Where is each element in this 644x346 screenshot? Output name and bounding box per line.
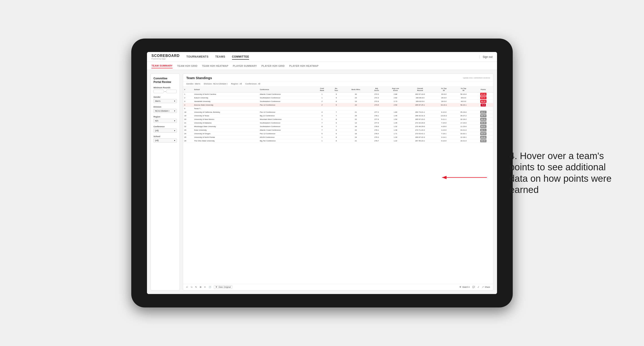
comment-button[interactable]: 💬 [472,286,475,288]
filter-school-value: (All) [155,139,159,142]
filter-conference: Conference (All) ▾ [154,126,177,133]
view-original-button[interactable]: 👁 View: Original [214,285,232,289]
points-badge[interactable]: 88.81 [480,125,486,128]
filter-region-value: N/A [155,120,158,122]
chevron-down-icon-4: ▾ [174,130,175,132]
th-school: School [193,86,259,93]
filter-school-select[interactable]: (All) ▾ [154,139,177,143]
points-badge[interactable]: 93.31 [480,96,486,99]
points-badge[interactable]: 88.20 [480,100,486,103]
table-row: 20 University of New Mexico Mountain Wes… [183,118,493,121]
logo-sub: Powered by clippi [152,58,180,60]
clock-button[interactable]: 🕐 [209,286,211,288]
table-container[interactable]: # School Conference ConfRank No.Tour Bnd… [183,86,493,284]
sub-nav-team-summary[interactable]: TEAM SUMMARY [152,63,172,68]
points-badge[interactable]: 88.49 [480,118,486,121]
logo-text: SCOREBOARD [152,54,180,58]
table-row: 21 University of Alabama Southeastern Co… [183,121,493,125]
filter-conference-value: (All) [155,130,159,132]
sub-nav-team-h2h-heatmap[interactable]: TEAM H2H HEATMAP [202,64,228,68]
nav-teams[interactable]: TEAMS [215,54,225,60]
filter-division-select[interactable]: NCAA Division I ▾ [154,109,177,113]
th-conference: Conference [259,86,314,93]
sub-nav-player-h2h-grid[interactable]: PLAYER H2H GRID [262,64,285,68]
th-vs-top50: Vs Top50 [454,86,474,93]
active-filter-conference: Conference: All [245,83,260,85]
filter-gender-label: Gender [154,96,177,98]
undo-button[interactable]: ↩ [186,286,188,288]
points-badge[interactable]: 97.02 [480,93,486,96]
division-key: Division: [204,83,212,85]
filter-school-label: School [154,135,177,138]
watch-button[interactable]: 👁 Watch ▾ [459,286,470,288]
th-vs-top25: Vs Top25 [434,86,454,93]
th-rank: # [183,86,193,93]
expand-button[interactable]: ⤢ [478,286,479,288]
table-row: 24 University of Oregon Pac-12 Conferenc… [183,132,493,136]
th-adj-score: Adj.Score [369,86,385,93]
gender-val: Men's [195,83,200,85]
bottom-toolbar: ↩ ↪ ↻ ⊞ ✏ 🕐 👁 View: Original 👁 Watch ▾ [183,284,493,290]
top-nav: SCOREBOARD Powered by clippi TOURNAMENTS… [147,52,497,62]
filter-division-value: NCAA Division I [155,110,170,112]
conf-cell: Atlantic Coast Conference [259,93,314,96]
points-badge[interactable]: 88.54 [480,132,486,135]
annotation-text: 4. Hover over a team's points to see add… [509,150,622,196]
standings-table: # School Conference ConfRank No.Tour Bnd… [183,86,493,143]
th-overall-record: OverallRecord [406,86,434,93]
avglow-cell: 2.86 [384,93,406,96]
table-row: 19 University of Texas Big 12 Conference… [183,114,493,118]
filter-school: School (All) ▾ [154,135,177,143]
points-badge[interactable]: 88.48 [480,122,486,124]
points-badge[interactable]: 88.07 [480,111,486,114]
sub-nav-team-h2h-grid[interactable]: TEAM H2H GRID [177,64,198,68]
chevron-down-icon: ▾ [174,100,175,102]
share-button[interactable]: ↗ Share [482,286,490,288]
sign-out-button[interactable]: Sign out [479,55,492,58]
share-label: Share [485,286,490,288]
view-icon: 👁 [216,286,218,288]
table-row-highlighted: 4 Arizona State University Pac-12 Confer… [183,103,493,107]
paint-button[interactable]: ✏ [204,286,206,288]
filter-range: – [154,90,177,93]
watch-label: Watch ▾ [462,286,470,288]
adj-cell: 272.0 [369,93,385,96]
vstop25-cell: 33-9-0 [434,93,454,96]
table-row: 5 Texas T... [183,107,493,111]
eye-icon: 👁 [459,286,461,288]
table-row: 22 Mississippi State University Southeas… [183,125,493,128]
logo-area: SCOREBOARD Powered by clippi [152,54,180,60]
th-no-tour: No.Tour [330,86,343,93]
region-key: Region: [231,83,239,85]
table-row: 3 Vanderbilt University Southeastern Con… [183,100,493,103]
redo-button[interactable]: ↪ [191,286,192,288]
filter-range-to[interactable] [166,90,176,93]
refresh-button[interactable]: ↻ [195,286,197,288]
rank-cell: 1 [183,93,193,96]
vstop50-cell: 50-10-0 [454,93,474,96]
filter-range-from[interactable] [154,90,164,93]
points-cell[interactable]: 97.02 [473,93,493,96]
filter-gender-select[interactable]: Men's ▾ [154,99,177,103]
region-val: All [240,83,242,85]
nav-committee[interactable]: COMMITTEE [232,54,249,60]
chevron-down-icon-5: ▾ [174,139,175,142]
panel-header: Team Standings Update time: 13/03/2024 1… [183,74,493,81]
points-badge[interactable]: 88.89 [480,136,486,139]
filter-conference-select[interactable]: (All) ▾ [154,129,177,133]
table-row: 1 University of North Carolina Atlantic … [183,93,493,96]
points-badge-hovered[interactable]: 78.5 [481,104,486,106]
points-badge[interactable]: 88.71 [480,129,486,132]
points-badge[interactable]: 88.70 [480,114,486,117]
nav-tournaments[interactable]: TOURNAMENTS [186,54,209,60]
filter-region-select[interactable]: N/A ▾ [154,119,177,123]
sub-nav-player-summary[interactable]: PLAYER SUMMARY [233,64,257,68]
view-label: View: Original [218,286,231,288]
chevron-down-icon-3: ▾ [174,120,175,122]
points-badge[interactable]: 88.94 [480,139,486,142]
left-panel: CommitteePortal Review Minimum Rounds – … [150,73,180,290]
copy-button[interactable]: ⊞ [200,286,202,288]
sub-nav-player-h2h-heatmap[interactable]: PLAYER H2H HEATMAP [289,64,319,68]
sub-nav: TEAM SUMMARY TEAM H2H GRID TEAM H2H HEAT… [147,62,497,70]
filter-gender: Gender Men's ▾ [154,96,177,103]
